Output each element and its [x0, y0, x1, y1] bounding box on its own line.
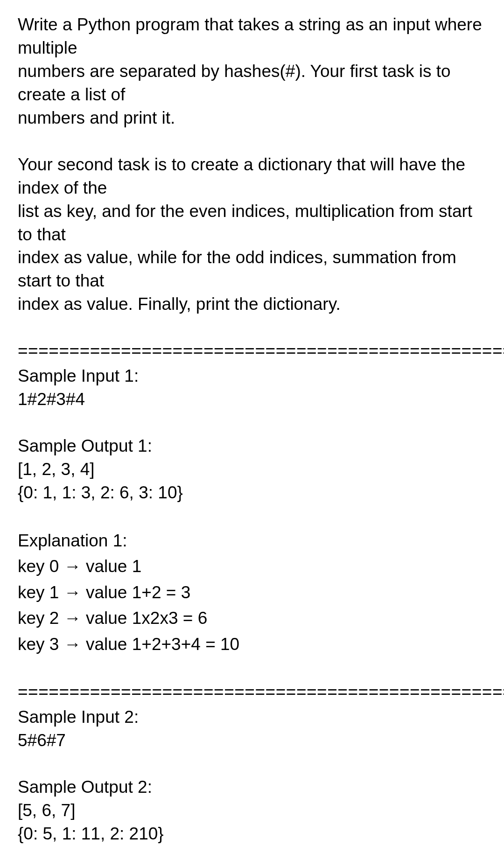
sample-output-line: [5, 6, 7]: [18, 799, 489, 822]
sample-output-2: Sample Output 2: [5, 6, 7] {0: 5, 1: 11,…: [18, 776, 489, 846]
divider-line: ========================================…: [18, 339, 489, 363]
problem-paragraph-1: Write a Python program that takes a stri…: [18, 13, 489, 130]
text-line: numbers are separated by hashes(#). Your…: [18, 60, 489, 106]
sample-output-label: Sample Output 1:: [18, 434, 489, 458]
sample-input-label: Sample Input 1:: [18, 364, 489, 388]
sample-output-1: Sample Output 1: [1, 2, 3, 4] {0: 1, 1: …: [18, 434, 489, 504]
explanation-1: Explanation 1: key 0 → value 1 key 1 → v…: [18, 528, 489, 657]
text-line: Your second task is to create a dictiona…: [18, 153, 489, 200]
explanation-line: key 1 → value 1+2 = 3: [18, 580, 489, 606]
sample-output-line: {0: 1, 1: 3, 2: 6, 3: 10}: [18, 481, 489, 504]
text-line: list as key, and for the even indices, m…: [18, 200, 489, 246]
sample-output-label: Sample Output 2:: [18, 776, 489, 799]
explanation-label: Explanation 1:: [18, 528, 489, 554]
sample-input-label: Sample Input 2:: [18, 706, 489, 729]
sample-output-line: [1, 2, 3, 4]: [18, 458, 489, 481]
text-line: numbers and print it.: [18, 106, 489, 130]
explanation-line: key 0 → value 1: [18, 553, 489, 580]
problem-paragraph-2: Your second task is to create a dictiona…: [18, 153, 489, 316]
sample-input-value: 5#6#7: [18, 729, 489, 752]
divider-line: ========================================…: [18, 680, 489, 704]
sample-input-value: 1#2#3#4: [18, 388, 489, 411]
explanation-line: key 3 → value 1+2+3+4 = 10: [18, 631, 489, 657]
sample-input-1: Sample Input 1: 1#2#3#4: [18, 364, 489, 411]
text-line: index as value, while for the odd indice…: [18, 246, 489, 293]
text-line: index as value. Finally, print the dicti…: [18, 293, 489, 316]
sample-input-2: Sample Input 2: 5#6#7: [18, 706, 489, 752]
text-line: Write a Python program that takes a stri…: [18, 13, 489, 60]
sample-output-line: {0: 5, 1: 11, 2: 210}: [18, 822, 489, 846]
explanation-line: key 2 → value 1x2x3 = 6: [18, 605, 489, 631]
